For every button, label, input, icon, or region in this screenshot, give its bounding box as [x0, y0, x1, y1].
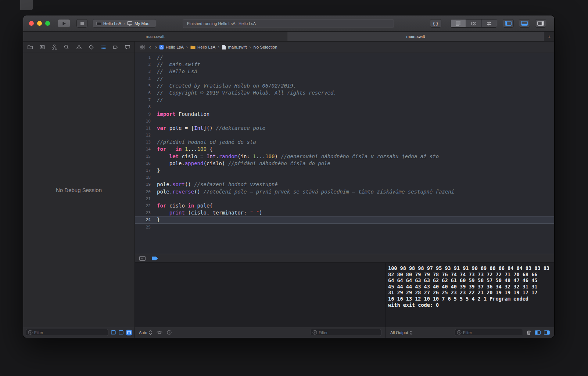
related-items-icon[interactable]	[140, 45, 145, 50]
code-line-11[interactable]: 11var pole = [Int]() //deklarace pole	[135, 125, 554, 132]
variables-view[interactable]	[135, 263, 386, 327]
code-text	[153, 174, 157, 181]
minimize-window-button[interactable]	[37, 21, 42, 26]
project-navigator-icon[interactable]	[27, 44, 33, 50]
code-text: }	[153, 216, 160, 223]
debug-view-mode-3-icon[interactable]	[126, 330, 132, 336]
navigator-panel-toggle[interactable]	[503, 19, 514, 28]
code-text: var pole = [Int]() //deklarace pole	[153, 125, 265, 132]
code-line-22[interactable]: 22for cislo in pole{	[135, 202, 554, 209]
code-line-7[interactable]: 7//	[135, 96, 554, 103]
code-line-15[interactable]: 15 let cislo = Int.random(in: 1...100) /…	[135, 153, 554, 160]
info-icon[interactable]	[167, 330, 172, 335]
breadcrumb-file[interactable]: main.swift	[222, 45, 247, 50]
code-line-18[interactable]: 18	[135, 174, 554, 181]
console-scope-popup[interactable]: All Output	[390, 330, 413, 335]
scheme-target-label: Hello LsA	[103, 21, 121, 26]
assistant-editor-button[interactable]	[466, 19, 481, 27]
breadcrumb-project[interactable]: Hello LsA	[159, 45, 184, 50]
code-line-14[interactable]: 14for _ in 1...100 {	[135, 146, 554, 153]
breadcrumb-selection[interactable]: No Selection	[253, 45, 277, 49]
debug-view-mode-2-icon[interactable]	[118, 330, 124, 335]
console-filter-field[interactable]	[455, 329, 523, 336]
show-variables-view-toggle[interactable]	[535, 330, 541, 335]
code-line-4[interactable]: 4//	[135, 75, 554, 82]
code-line-12[interactable]: 12	[135, 132, 554, 139]
breakpoints-toggle-button[interactable]	[152, 256, 158, 260]
version-editor-button[interactable]	[482, 19, 497, 27]
code-line-24[interactable]: 24}	[135, 216, 554, 223]
forward-button[interactable]: ›	[155, 44, 157, 50]
report-navigator-icon[interactable]	[125, 44, 130, 50]
code-line-20[interactable]: 20pole.reverse() //otočení pole – první …	[135, 188, 554, 195]
source-editor[interactable]: 1//2// main.swift3// Hello LsA4//5// Cre…	[135, 53, 554, 254]
plus-icon: +	[548, 33, 551, 40]
background-window-fragment	[20, 0, 33, 10]
run-button[interactable]	[58, 19, 70, 28]
play-icon	[62, 21, 66, 26]
debug-area-toggle[interactable]	[519, 19, 530, 28]
line-number: 15	[135, 153, 153, 160]
symbol-navigator-icon[interactable]	[51, 44, 57, 50]
line-number: 20	[135, 188, 153, 195]
clear-console-button[interactable]	[526, 330, 531, 335]
code-line-1[interactable]: 1//	[135, 54, 554, 61]
console-filter-input[interactable]	[463, 330, 521, 335]
code-text: //	[153, 96, 163, 103]
show-console-toggle[interactable]	[544, 330, 550, 335]
code-line-16[interactable]: 16 pole.append(cislo) //přidání náhodnéh…	[135, 160, 554, 167]
code-line-3[interactable]: 3// Hello LsA	[135, 68, 554, 75]
zoom-window-button[interactable]	[45, 21, 50, 26]
code-text: for _ in 1...100 {	[153, 146, 213, 153]
add-tab-button[interactable]: +	[544, 32, 554, 41]
standard-editor-button[interactable]	[451, 19, 466, 27]
standard-editor-icon	[456, 21, 461, 26]
inspector-panel-toggle[interactable]	[535, 19, 546, 28]
console-pane[interactable]: 100 98 98 98 97 95 93 91 91 90 89 88 86 …	[386, 263, 554, 327]
variables-filter-field[interactable]	[310, 329, 381, 336]
variables-filter-input[interactable]	[319, 330, 379, 335]
code-line-5[interactable]: 5// Created by Vratislav Holub on 06/02/…	[135, 82, 554, 89]
code-line-2[interactable]: 2// main.swift	[135, 61, 554, 68]
breadcrumb-project-label: Hello LsA	[166, 45, 184, 49]
code-line-10[interactable]: 10	[135, 118, 554, 125]
line-number: 1	[135, 54, 153, 61]
tab-main-swift-right[interactable]: main.swift	[287, 32, 544, 41]
navigator-filter-field[interactable]	[26, 329, 108, 336]
updown-chevrons-icon	[149, 330, 152, 335]
find-navigator-icon[interactable]	[64, 44, 69, 50]
breadcrumb-group[interactable]: Hello LsA	[190, 45, 215, 49]
navigator-filter-input[interactable]	[34, 330, 106, 335]
tab-main-swift-left[interactable]: main.swift	[23, 32, 287, 41]
source-control-navigator-icon[interactable]	[39, 44, 45, 50]
code-line-19[interactable]: 19pole.sort() //seřazení hodnot vzestupn…	[135, 181, 554, 188]
code-text	[153, 224, 157, 231]
debug-navigator-icon[interactable]	[100, 44, 106, 50]
close-window-button[interactable]	[29, 21, 34, 26]
navigator-panel: No Debug Session	[23, 42, 135, 338]
line-number: 24	[135, 216, 153, 223]
code-line-6[interactable]: 6// Copyright © 2019 Vratislav Holub. Al…	[135, 89, 554, 96]
issue-navigator-icon[interactable]	[76, 44, 82, 50]
toolbar: Hello LsA › My Mac Finished running Hell…	[23, 15, 554, 32]
code-line-8[interactable]: 8	[135, 103, 554, 110]
code-line-17[interactable]: 17}	[135, 167, 554, 174]
test-navigator-icon[interactable]	[88, 44, 94, 50]
code-text: for cislo in pole{	[153, 202, 213, 209]
swift-file-icon	[222, 45, 226, 50]
debug-view-mode-1-icon[interactable]	[111, 330, 116, 335]
code-line-13[interactable]: 13//přidání hodnot od jedné do sta	[135, 139, 554, 146]
code-line-21[interactable]: 21	[135, 195, 554, 202]
stop-button[interactable]	[76, 19, 87, 28]
code-line-9[interactable]: 9import Foundation	[135, 111, 554, 118]
hide-debug-area-button[interactable]	[139, 256, 146, 261]
scheme-selector[interactable]: Hello LsA › My Mac	[93, 19, 156, 28]
breakpoint-navigator-icon[interactable]	[112, 44, 118, 50]
variables-scope-popup[interactable]: Auto	[139, 330, 152, 335]
library-button[interactable]: { }	[430, 19, 441, 28]
code-line-23[interactable]: 23 print (cislo, terminator: " ")	[135, 209, 554, 216]
back-button[interactable]: ‹	[149, 44, 151, 50]
updown-chevrons-icon	[409, 330, 413, 335]
quicklook-eye-icon[interactable]	[157, 330, 162, 334]
code-line-25[interactable]: 25	[135, 224, 554, 231]
